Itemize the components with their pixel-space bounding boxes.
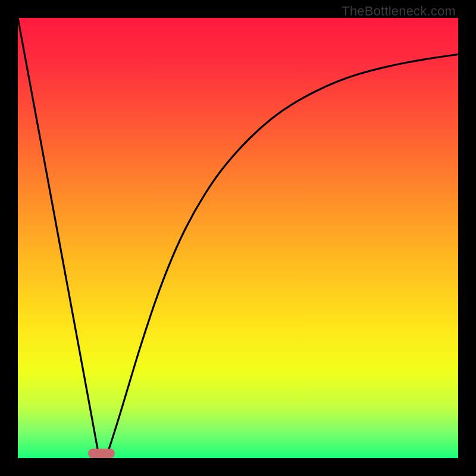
curve-right-segment bbox=[106, 54, 458, 458]
curve-left-segment bbox=[18, 18, 99, 458]
bottleneck-curve bbox=[18, 18, 458, 458]
outer-frame: TheBottleneck.com bbox=[0, 0, 476, 476]
watermark-text: TheBottleneck.com bbox=[342, 4, 456, 19]
optimal-range-marker bbox=[88, 449, 114, 458]
plot-area bbox=[18, 18, 458, 458]
